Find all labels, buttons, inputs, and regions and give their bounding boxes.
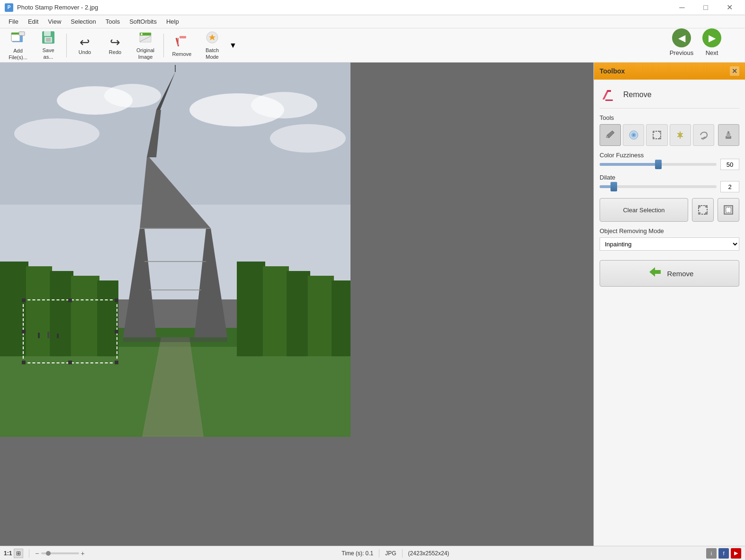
- remove-section-icon: [600, 85, 619, 104]
- menu-view[interactable]: View: [43, 16, 66, 27]
- toolbox-close-button[interactable]: ✕: [730, 66, 739, 76]
- previous-icon: ◀: [672, 28, 691, 47]
- batch-mode-dropdown[interactable]: ▼: [229, 42, 237, 49]
- toolbox-content: Remove Tools: [594, 80, 745, 292]
- main-image: [0, 63, 350, 437]
- svg-rect-31: [237, 262, 265, 356]
- handle-mr[interactable]: [115, 330, 118, 334]
- menu-selection[interactable]: Selection: [66, 16, 100, 27]
- handle-br[interactable]: [115, 361, 118, 364]
- close-button[interactable]: ✕: [718, 0, 740, 15]
- remove-button[interactable]: Remove: [168, 31, 196, 60]
- toolbar-separator-1: [66, 34, 67, 57]
- dilate-value[interactable]: 2: [720, 181, 739, 192]
- remove-section: Remove: [600, 85, 739, 108]
- svg-rect-48: [653, 131, 655, 133]
- menu-file[interactable]: File: [4, 16, 23, 27]
- save-as-label: Save as...: [42, 47, 54, 60]
- batch-mode-icon: [205, 30, 219, 46]
- handle-ml[interactable]: [22, 330, 26, 334]
- youtube-icon[interactable]: ▶: [731, 548, 741, 559]
- handle-tm[interactable]: [68, 298, 72, 302]
- canvas-area[interactable]: [0, 63, 593, 546]
- tools-section: Tools: [600, 114, 739, 146]
- svg-rect-12: [176, 37, 180, 46]
- time-label: Time (s): 0.1: [341, 550, 373, 557]
- batch-mode-label: Batch Mode: [206, 47, 219, 60]
- save-as-button[interactable]: Save as...: [34, 31, 63, 60]
- clear-selection-button[interactable]: Clear Selection: [600, 198, 688, 222]
- next-button[interactable]: ▶ Next: [698, 28, 726, 56]
- add-files-button[interactable]: Add File(s)...: [4, 31, 32, 60]
- svg-rect-57: [698, 205, 700, 208]
- handle-tr[interactable]: [115, 298, 118, 302]
- svg-rect-49: [659, 131, 661, 133]
- handle-bl[interactable]: [22, 361, 26, 364]
- menu-edit[interactable]: Edit: [23, 16, 43, 27]
- magic-wand-tool[interactable]: [670, 124, 691, 146]
- remove-action-button[interactable]: Remove: [600, 260, 739, 287]
- color-fuzziness-slider[interactable]: [600, 163, 717, 166]
- svg-point-19: [104, 84, 161, 108]
- redo-label: Redo: [109, 49, 121, 55]
- window-controls: ─ □ ✕: [671, 0, 740, 15]
- svg-rect-50: [653, 137, 655, 139]
- dilate-label: Dilate: [600, 174, 739, 181]
- svg-rect-33: [287, 271, 310, 356]
- handle-tl[interactable]: [22, 298, 26, 302]
- main-area: Toolbox ✕ Remove Tools: [0, 63, 745, 546]
- remove-section-label: Remove: [623, 90, 652, 99]
- window-title: Photo Stamp Remover - 2.jpg: [17, 4, 671, 11]
- svg-rect-3: [19, 32, 25, 36]
- dilate-row: 2: [600, 181, 739, 192]
- zoom-control: 1:1 ⊞: [4, 549, 23, 558]
- stamp-tool[interactable]: [718, 124, 739, 146]
- svg-rect-7: [46, 38, 51, 42]
- svg-rect-2: [11, 33, 20, 35]
- pencil-tool[interactable]: [600, 124, 621, 146]
- zoom-minus[interactable]: −: [35, 550, 39, 557]
- color-fuzziness-label: Color Fuzziness: [600, 152, 739, 159]
- zoom-level: 1:1: [4, 550, 12, 557]
- previous-button[interactable]: ◀ Previous: [667, 28, 696, 56]
- redo-button[interactable]: ↪ Redo: [101, 31, 129, 60]
- minimize-button[interactable]: ─: [671, 0, 693, 15]
- eraser-tool[interactable]: [623, 124, 644, 146]
- sliders-section: Color Fuzziness 50 Dilate: [600, 152, 739, 192]
- info-icon[interactable]: i: [706, 548, 717, 559]
- invert-selection-button[interactable]: [718, 198, 739, 222]
- facebook-icon[interactable]: f: [718, 548, 729, 559]
- dilate-slider[interactable]: [600, 185, 717, 188]
- color-fuzziness-value[interactable]: 50: [720, 159, 739, 170]
- select-all-button[interactable]: [692, 198, 714, 222]
- add-files-icon: [10, 30, 26, 47]
- navigation-area: ◀ Previous ▶ Next: [667, 28, 726, 56]
- svg-rect-55: [727, 131, 729, 134]
- zoom-slider[interactable]: [41, 552, 79, 554]
- svg-rect-14: [178, 38, 179, 45]
- remove-action-icon: [646, 263, 663, 284]
- lasso-tool[interactable]: [693, 124, 714, 146]
- zoom-plus[interactable]: +: [81, 550, 85, 557]
- redo-icon: ↪: [110, 36, 120, 48]
- menu-help[interactable]: Help: [162, 16, 184, 27]
- selection-box[interactable]: [23, 299, 117, 363]
- original-image-button[interactable]: Original Image: [131, 31, 160, 60]
- dimensions-section: (2423x2552x24): [408, 550, 449, 557]
- menu-softorbits[interactable]: SoftOrbits: [125, 16, 162, 27]
- color-fuzziness-section: Color Fuzziness 50: [600, 152, 739, 170]
- menu-tools[interactable]: Tools: [101, 16, 125, 27]
- rect-select-tool[interactable]: [646, 124, 667, 146]
- svg-rect-62: [726, 208, 731, 212]
- status-separator-1: [29, 549, 29, 558]
- status-separator-2: [379, 549, 379, 558]
- zoom-fit-button[interactable]: ⊞: [14, 549, 23, 558]
- mode-select[interactable]: Inpainting Averaging Smart: [600, 237, 739, 251]
- maximize-button[interactable]: □: [695, 0, 717, 15]
- undo-button[interactable]: ↩ Undo: [71, 31, 99, 60]
- batch-mode-button[interactable]: Batch Mode: [198, 31, 226, 60]
- svg-rect-43: [605, 99, 613, 101]
- undo-icon: ↩: [80, 36, 90, 48]
- handle-bm[interactable]: [68, 361, 72, 364]
- remove-icon: [175, 34, 189, 50]
